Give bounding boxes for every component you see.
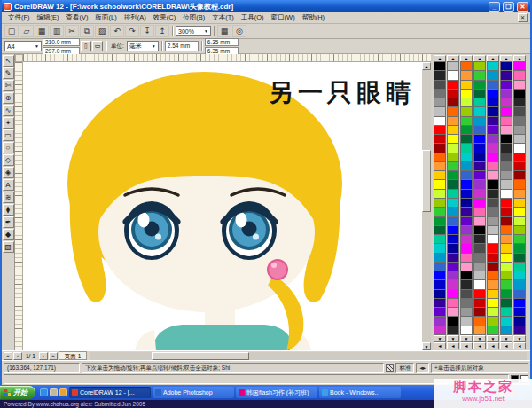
palette-scroll-down-icon[interactable]: ▼: [460, 335, 473, 342]
palette-scroll-down-icon[interactable]: ▼: [487, 335, 499, 342]
eye-right[interactable]: [222, 201, 277, 260]
menu-item-7[interactable]: 文本(T): [208, 13, 238, 22]
polygon-tool[interactable]: ◇: [3, 154, 14, 166]
zoom-level-select[interactable]: 300% ▼: [176, 26, 211, 36]
horizontal-scrollbar[interactable]: [90, 352, 527, 360]
hair-bobble[interactable]: [268, 260, 287, 279]
palette-scroll-down-icon[interactable]: ▼: [500, 335, 512, 342]
undo-icon[interactable]: ↶: [110, 25, 124, 37]
copy-icon[interactable]: ⧉: [80, 25, 94, 37]
shape-tool[interactable]: ✎: [3, 67, 14, 79]
shirt[interactable]: [153, 325, 293, 350]
calligraphy-caption[interactable]: 另一只眼睛: [269, 76, 415, 110]
drawing-canvas[interactable]: 另一只眼睛: [23, 62, 422, 350]
nudge-offset-field[interactable]: 2.54 mm: [165, 41, 199, 51]
palette-scroll-down-icon[interactable]: ▼: [434, 335, 446, 342]
palette-expand-icon[interactable]: ◄: [487, 342, 499, 349]
menu-item-9[interactable]: 窗口(W): [268, 13, 299, 22]
task-flash[interactable]: 韩国flash习作 (补习班): [236, 387, 317, 398]
ellipse-tool[interactable]: ○: [3, 142, 14, 153]
menu-item-3[interactable]: 版面(L): [92, 13, 121, 22]
color-swatch[interactable]: [487, 326, 499, 335]
start-button[interactable]: 开始: [0, 386, 35, 399]
redo-icon[interactable]: ↷: [125, 25, 139, 37]
palette-expand-icon[interactable]: ◄: [460, 342, 473, 349]
prev-page-button[interactable]: ‹: [13, 352, 22, 360]
horizontal-scroll-thumb[interactable]: [152, 352, 249, 360]
smart-drawing-tool[interactable]: ✦: [3, 117, 14, 129]
freehand-tool[interactable]: ∿: [3, 105, 14, 116]
maximize-button[interactable]: ❐: [503, 2, 514, 12]
palette-scroll-down-icon[interactable]: ▼: [447, 335, 459, 342]
menu-item-1[interactable]: 编辑(E): [34, 13, 63, 22]
minimize-button[interactable]: _: [489, 2, 500, 12]
task-photoshop[interactable]: Adobe Photoshop: [153, 387, 234, 398]
palette-scroll-down-icon[interactable]: ▼: [513, 335, 526, 342]
corel-online-icon[interactable]: ◎: [232, 25, 246, 37]
color-swatch[interactable]: [500, 326, 512, 335]
portrait-button[interactable]: ▯: [81, 41, 91, 51]
app-launcher-icon[interactable]: ▦: [217, 25, 231, 37]
save-icon[interactable]: ▦: [35, 25, 49, 37]
palette-expand-icon[interactable]: ◄: [513, 342, 526, 349]
duplicate-x-field[interactable]: 6.35 mm: [205, 38, 239, 46]
units-select[interactable]: 毫米 ▼: [127, 41, 159, 51]
task-coreldraw[interactable]: CorelDRAW 12 - [...: [69, 387, 151, 398]
menu-item-0[interactable]: 文件(F): [4, 13, 34, 22]
menu-item-8[interactable]: 工具(O): [238, 13, 268, 22]
menu-item-4[interactable]: 排列(A): [121, 13, 150, 22]
print-icon[interactable]: ▥: [50, 25, 64, 37]
import-icon[interactable]: ↧: [140, 25, 154, 37]
color-swatch[interactable]: [513, 326, 526, 335]
cut-icon[interactable]: ✂: [65, 25, 79, 37]
menu-item-2[interactable]: 查看(V): [63, 13, 92, 22]
palette-expand-icon[interactable]: ◄: [447, 342, 459, 349]
eyedropper-tool[interactable]: ⧫: [3, 204, 14, 216]
quicklaunch-desktop-icon[interactable]: [50, 388, 58, 396]
pick-tool[interactable]: ↖: [3, 55, 14, 67]
interactive-blend-tool[interactable]: ≋: [3, 192, 14, 203]
quicklaunch-media-icon[interactable]: [59, 388, 67, 396]
close-button[interactable]: ✕: [517, 2, 528, 12]
open-icon[interactable]: ▱: [20, 25, 34, 37]
landscape-button[interactable]: ▭: [92, 41, 103, 51]
menu-item-6[interactable]: 位图(B): [179, 13, 208, 22]
vertical-scroll-thumb[interactable]: [422, 150, 431, 212]
new-icon[interactable]: ▢: [4, 25, 19, 37]
eye-left[interactable]: [124, 201, 179, 260]
zoom-tool[interactable]: ⊕: [3, 92, 14, 104]
fill-tool[interactable]: ◆: [3, 229, 14, 240]
palette-expand-icon[interactable]: ◄: [500, 342, 512, 349]
paper-width-field[interactable]: 210.0 mm: [43, 38, 80, 46]
color-swatch[interactable]: [473, 326, 486, 335]
scroll-down-icon[interactable]: ▼: [422, 342, 431, 350]
last-page-button[interactable]: »: [49, 352, 58, 360]
paper-type-select[interactable]: A4 ▼: [4, 41, 42, 51]
crop-tool[interactable]: ✄: [3, 80, 14, 91]
arm-left[interactable]: [135, 330, 156, 350]
text-tool[interactable]: A: [3, 179, 14, 191]
next-page-button[interactable]: ›: [39, 352, 48, 360]
first-page-button[interactable]: «: [4, 352, 12, 360]
palette-expand-icon[interactable]: ◄: [434, 342, 446, 349]
export-icon[interactable]: ↥: [155, 25, 169, 37]
status-arrows[interactable]: ◂▸: [416, 363, 429, 373]
scroll-up-icon[interactable]: ▲: [422, 62, 431, 70]
vertical-scrollbar[interactable]: ▲ ▼: [422, 62, 431, 350]
task-book[interactable]: Book - Windows...: [319, 387, 401, 398]
quicklaunch-ie-icon[interactable]: [40, 388, 48, 396]
page-tab[interactable]: 页面 1: [59, 351, 87, 360]
color-swatch[interactable]: [460, 326, 473, 335]
rectangle-tool[interactable]: ▭: [3, 129, 14, 141]
interactive-fill-tool[interactable]: ▧: [3, 241, 14, 253]
document-close-button[interactable]: ✕: [518, 13, 528, 22]
basic-shapes-tool[interactable]: ◈: [3, 167, 14, 178]
paste-icon[interactable]: ▨: [95, 25, 109, 37]
color-swatch[interactable]: [447, 326, 459, 335]
menu-item-5[interactable]: 效果(C): [150, 13, 179, 22]
outline-tool[interactable]: ✒: [3, 216, 14, 228]
color-swatch[interactable]: [434, 326, 446, 335]
menu-item-10[interactable]: 帮助(H): [299, 13, 328, 22]
palette-scroll-down-icon[interactable]: ▼: [473, 335, 486, 342]
palette-expand-icon[interactable]: ◄: [473, 342, 486, 349]
